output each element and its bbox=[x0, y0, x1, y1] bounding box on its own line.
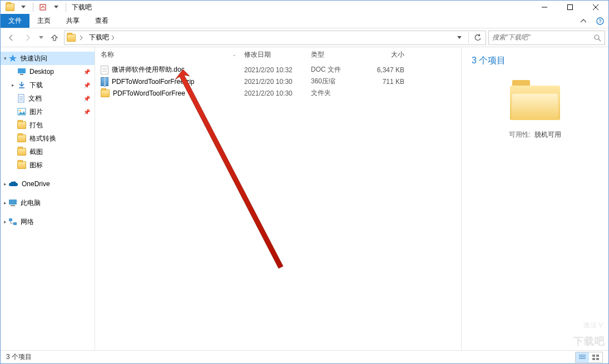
sidebar-network[interactable]: ▸ 网络 bbox=[1, 215, 95, 228]
address-bar[interactable]: 下载吧 bbox=[64, 31, 486, 45]
pin-icon: 📌 bbox=[83, 69, 90, 75]
file-type: 360压缩 bbox=[306, 77, 368, 86]
sidebar-quick-access[interactable]: ▾ 快速访问 bbox=[1, 52, 95, 65]
sidebar-label: 格式转换 bbox=[29, 134, 56, 143]
network-icon bbox=[8, 218, 17, 226]
close-button[interactable] bbox=[583, 1, 608, 14]
breadcrumb-segment[interactable]: 下载吧 bbox=[86, 33, 118, 42]
tab-file[interactable]: 文件 bbox=[1, 14, 29, 28]
sidebar-label: Desktop bbox=[29, 68, 54, 76]
sort-caret-icon: ⌄ bbox=[232, 52, 236, 57]
file-type: DOC 文件 bbox=[306, 65, 368, 74]
file-name: PDFToWordToolForFree bbox=[113, 89, 185, 97]
document-icon bbox=[17, 94, 25, 103]
svg-rect-28 bbox=[596, 355, 599, 357]
view-details-button[interactable] bbox=[576, 352, 589, 362]
address-dropdown-icon[interactable] bbox=[453, 31, 466, 44]
svg-rect-27 bbox=[592, 355, 595, 357]
chevron-right-icon[interactable]: ▸ bbox=[2, 219, 8, 225]
column-name[interactable]: 名称⌄ bbox=[95, 47, 240, 63]
sidebar-item-pictures[interactable]: 图片 📌 bbox=[1, 105, 95, 118]
qat-dropdown2-icon[interactable] bbox=[50, 1, 62, 13]
chevron-right-icon[interactable]: ▸ bbox=[2, 200, 8, 206]
qat-dropdown-icon[interactable] bbox=[17, 1, 29, 13]
folder-icon bbox=[17, 161, 26, 169]
minimize-button[interactable] bbox=[532, 1, 557, 14]
sidebar-thispc[interactable]: ▸ 此电脑 bbox=[1, 196, 95, 210]
sidebar-label: 图标 bbox=[29, 161, 43, 170]
help-icon[interactable]: ? bbox=[592, 14, 608, 28]
column-type[interactable]: 类型 bbox=[306, 47, 368, 63]
sidebar-item-folder[interactable]: 图标 bbox=[1, 158, 95, 172]
sidebar-item-folder[interactable]: 截图 bbox=[1, 145, 95, 158]
sidebar-item-downloads[interactable]: ▸ 下载 📌 bbox=[1, 78, 95, 92]
status-text: 3 个项目 bbox=[6, 352, 32, 362]
app-icon bbox=[4, 1, 16, 13]
tab-view[interactable]: 查看 bbox=[87, 14, 116, 28]
chevron-down-icon[interactable]: ▾ bbox=[2, 56, 8, 61]
pin-icon: 📌 bbox=[83, 96, 90, 102]
svg-rect-20 bbox=[9, 218, 12, 221]
up-button[interactable] bbox=[47, 31, 62, 45]
location-folder-icon bbox=[66, 32, 77, 43]
refresh-button[interactable] bbox=[471, 31, 484, 44]
sidebar-onedrive[interactable]: ▸ OneDrive bbox=[1, 177, 95, 191]
search-icon bbox=[593, 34, 601, 42]
maximize-button[interactable] bbox=[557, 1, 583, 14]
view-thumbnails-button[interactable] bbox=[589, 352, 602, 362]
forward-button[interactable] bbox=[21, 31, 35, 45]
ribbon-collapse-icon[interactable] bbox=[575, 14, 592, 28]
column-date[interactable]: 修改日期 bbox=[240, 47, 306, 63]
file-size: 711 KB bbox=[368, 78, 413, 86]
ribbon-tabs: 文件 主页 共享 查看 ? bbox=[1, 14, 608, 28]
recent-dropdown-icon[interactable] bbox=[37, 31, 45, 45]
sidebar-label: 截图 bbox=[29, 147, 43, 157]
sidebar-item-folder[interactable]: 打包 bbox=[1, 118, 95, 132]
chevron-right-icon[interactable]: ▸ bbox=[2, 181, 8, 187]
svg-rect-29 bbox=[592, 358, 595, 360]
file-type: 文件夹 bbox=[306, 88, 368, 98]
file-row[interactable]: 微讲师软件使用帮助.doc 2021/2/20 10:32 DOC 文件 6,3… bbox=[95, 64, 461, 76]
star-icon bbox=[8, 54, 17, 63]
onedrive-label: OneDrive bbox=[22, 180, 50, 188]
search-input[interactable]: 搜索"下载吧" bbox=[488, 31, 605, 45]
column-size[interactable]: 大小 bbox=[368, 47, 413, 63]
chevron-right-icon[interactable]: ▸ bbox=[9, 82, 16, 88]
chevron-right-icon[interactable] bbox=[77, 35, 86, 41]
pin-icon: 📌 bbox=[83, 82, 90, 88]
onedrive-icon bbox=[8, 181, 18, 187]
zip-file-icon bbox=[101, 77, 108, 86]
column-headers: 名称⌄ 修改日期 类型 大小 bbox=[95, 47, 461, 64]
details-pane: 3 个项目 可用性: 脱机可用 bbox=[461, 47, 608, 350]
file-date: 2021/2/20 10:30 bbox=[240, 89, 306, 97]
download-icon bbox=[17, 81, 26, 89]
navigation-bar: 下载吧 搜索"下载吧" bbox=[1, 28, 608, 47]
folder-preview-icon bbox=[510, 80, 560, 120]
qat-properties-icon[interactable] bbox=[37, 1, 49, 13]
file-date: 2021/2/20 10:32 bbox=[240, 66, 306, 74]
tab-share[interactable]: 共享 bbox=[58, 14, 87, 28]
availability-label: 可用性: bbox=[509, 131, 531, 138]
thispc-label: 此电脑 bbox=[21, 198, 41, 208]
status-bar: 3 个项目 bbox=[1, 350, 608, 363]
view-toggle bbox=[575, 352, 603, 363]
svg-rect-19 bbox=[11, 205, 15, 206]
sidebar-label: 文档 bbox=[28, 94, 42, 103]
sidebar-item-documents[interactable]: 文档 📌 bbox=[1, 92, 95, 105]
details-title: 3 个项目 bbox=[472, 55, 598, 67]
sidebar-label: 打包 bbox=[29, 121, 43, 130]
file-row[interactable]: PDFToWordToolForFree 2021/2/20 10:30 文件夹 bbox=[95, 87, 461, 99]
back-button[interactable] bbox=[4, 31, 18, 45]
picture-icon bbox=[17, 108, 26, 116]
sidebar-label: 下载 bbox=[29, 81, 43, 90]
folder-icon bbox=[17, 121, 26, 129]
sidebar-item-desktop[interactable]: Desktop 📌 bbox=[1, 65, 95, 78]
breadcrumb-text: 下载吧 bbox=[89, 33, 109, 42]
availability-row: 可用性: 脱机可用 bbox=[472, 130, 598, 139]
pc-icon bbox=[8, 199, 17, 207]
svg-rect-21 bbox=[13, 222, 17, 225]
sidebar-item-folder[interactable]: 格式转换 bbox=[1, 132, 95, 145]
folder-icon bbox=[101, 89, 110, 97]
tab-home[interactable]: 主页 bbox=[29, 14, 58, 28]
file-row[interactable]: PDFToWordToolForFree.zip 2021/2/20 10:30… bbox=[95, 76, 461, 87]
